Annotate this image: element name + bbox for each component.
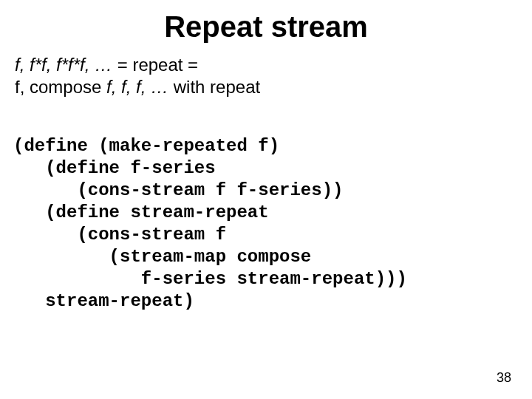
desc-line2-italic: f, f, f, … bbox=[106, 77, 168, 97]
code-line: (define f-series bbox=[13, 158, 216, 178]
code-line: (cons-stream f f-series)) bbox=[13, 180, 343, 200]
code-line: stream-repeat) bbox=[13, 291, 194, 311]
desc-line2-prefix: f, compose bbox=[15, 77, 106, 97]
code-line: (define (make-repeated f) bbox=[13, 136, 279, 156]
description-line-2: f, compose f, f, f, … with repeat bbox=[15, 76, 517, 98]
desc-line1-italic: f, f*f, f*f*f, … bbox=[15, 55, 112, 75]
description-line-1: f, f*f, f*f*f, … = repeat = bbox=[15, 54, 517, 76]
code-line: (cons-stream f bbox=[13, 225, 226, 245]
slide: Repeat stream f, f*f, f*f*f, … = repeat … bbox=[0, 0, 532, 399]
code-line: (define stream-repeat bbox=[13, 202, 269, 222]
slide-title: Repeat stream bbox=[0, 0, 532, 48]
code-line: (stream-map compose bbox=[13, 247, 311, 267]
code-block: (define (make-repeated f) (define f-seri… bbox=[0, 106, 532, 313]
description-block: f, f*f, f*f*f, … = repeat = f, compose f… bbox=[0, 48, 532, 106]
desc-line2-rest: with repeat bbox=[168, 77, 260, 97]
desc-line1-rest: = repeat = bbox=[112, 55, 198, 75]
page-number: 38 bbox=[497, 370, 511, 386]
code-line: f-series stream-repeat))) bbox=[13, 269, 407, 289]
